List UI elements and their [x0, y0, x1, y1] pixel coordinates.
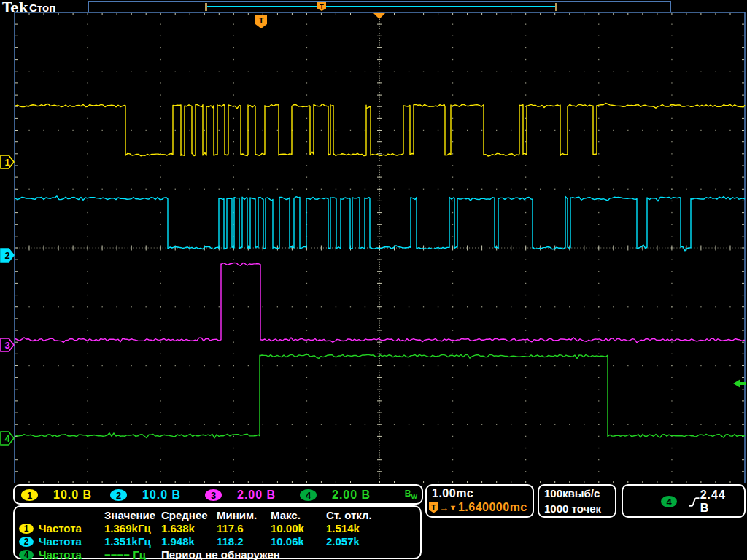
- meas-row3-badge: 4: [19, 550, 34, 560]
- trigger-box: 4 2.44 В: [622, 484, 746, 518]
- meas-row2-label: 2 Частота: [16, 535, 104, 548]
- measurements-panel: Значение Среднее Миним. Макс. Ст. откл. …: [13, 505, 422, 559]
- ch2-badge: 2: [110, 489, 127, 501]
- oscilloscope-screen: Tek Стоп T 1234T 1 10.0 В 2 10.0 В 3 2.0…: [0, 0, 747, 560]
- record-length: 1000 точек: [544, 502, 615, 516]
- meas-row2-name: Частота: [39, 535, 82, 548]
- meas-row3-name: Частота: [39, 548, 82, 560]
- trigger-time-readout: T → ▼ 1.640000mс: [429, 501, 533, 514]
- ch4-scale: 2.00 В: [332, 489, 371, 502]
- bw-sub: W: [411, 493, 418, 500]
- meas-header-mean: Среднее: [161, 509, 217, 521]
- meas-row2-stddev: 2.057k: [326, 535, 419, 548]
- meas-header-stddev: Ст. откл.: [326, 509, 419, 521]
- svg-text:2: 2: [5, 250, 10, 261]
- triangle-down-icon: ▼: [449, 503, 457, 512]
- sample-rate: 100квыб/с: [544, 486, 615, 501]
- ch3-scale: 2.00 В: [237, 489, 276, 502]
- meas-row1-stddev: 1.514k: [326, 522, 419, 534]
- meas-row1-value: 1.369kГц: [104, 522, 161, 534]
- waveform-display: 1234T: [0, 0, 747, 483]
- trigger-time-value: 1.640000mс: [458, 501, 527, 514]
- meas-row2-value: 1.351kГц: [104, 535, 161, 548]
- svg-text:3: 3: [5, 340, 10, 351]
- ch1-badge: 1: [21, 489, 38, 501]
- meas-row2-mean: 1.948k: [161, 535, 217, 548]
- meas-row3-message: Период не обнаружен: [161, 548, 419, 560]
- svg-text:4: 4: [5, 433, 11, 444]
- meas-header-max: Макс.: [271, 509, 326, 521]
- bandwidth-limit-icon: BW: [405, 489, 417, 500]
- channel-readout-bar: 1 10.0 В 2 10.0 В 3 2.00 В 4 2.00 В BW: [13, 484, 423, 505]
- ch2-trace: [15, 196, 745, 251]
- svg-text:1: 1: [5, 157, 10, 168]
- ch2-readout: 2 10.0 В: [110, 489, 181, 502]
- meas-row2-min: 118.2: [217, 535, 271, 548]
- trigger-position-flag: T: [255, 15, 267, 28]
- timebase-box: 1.00mс T → ▼ 1.640000mс: [425, 484, 534, 518]
- trigger-source-badge: 4: [661, 496, 677, 508]
- bw-main: B: [405, 489, 411, 499]
- meas-row3-value: −−−− Гц: [104, 548, 161, 560]
- ch3-readout: 3 2.00 В: [205, 489, 276, 502]
- meas-row2-badge: 2: [19, 537, 34, 547]
- ch3-badge: 3: [205, 489, 222, 501]
- meas-row1-max: 10.00k: [271, 522, 326, 534]
- ch4-readout: 4 2.00 В: [300, 489, 371, 502]
- ch4-badge: 4: [300, 489, 317, 501]
- rising-edge-icon: [689, 496, 700, 508]
- ch2-scale: 10.0 В: [142, 489, 181, 502]
- meas-row1-badge: 1: [19, 524, 34, 534]
- meas-row1-name: Частота: [39, 522, 82, 534]
- acquisition-box: 100квыб/с 1000 точек: [538, 484, 616, 518]
- meas-header-value: Значение: [104, 509, 161, 521]
- meas-row1-min: 117.6: [217, 522, 271, 534]
- horizontal-position-marker: [374, 13, 385, 19]
- svg-text:T: T: [259, 16, 264, 25]
- meas-header-min: Миним.: [217, 509, 271, 521]
- meas-row3-label: 4 Частота: [16, 548, 104, 560]
- arrow-right-icon: →: [439, 502, 449, 513]
- meas-row1-label: 1 Частота: [16, 522, 104, 534]
- trigger-level: 2.44 В: [700, 489, 738, 515]
- meas-row1-mean: 1.638k: [161, 522, 217, 534]
- ch1-readout: 1 10.0 В: [21, 489, 92, 502]
- ch1-scale: 10.0 В: [53, 489, 92, 502]
- trigger-t-icon: T: [429, 502, 438, 513]
- meas-row2-max: 10.06k: [271, 535, 326, 548]
- timebase-scale: 1.00mс: [432, 487, 533, 500]
